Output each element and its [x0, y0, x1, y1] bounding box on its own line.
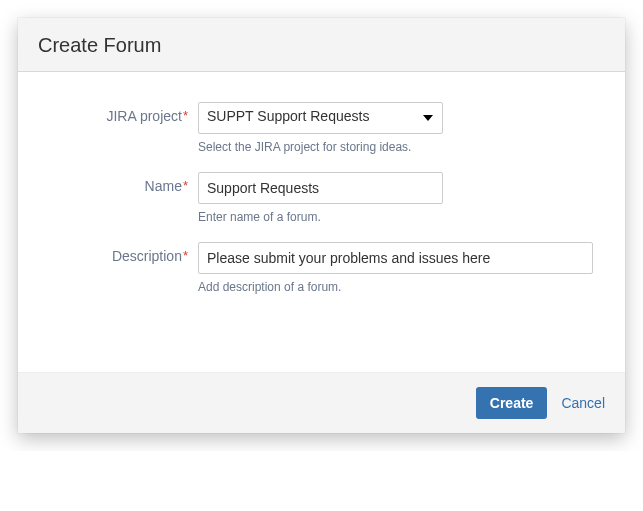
cancel-button[interactable]: Cancel: [561, 395, 605, 411]
jira-project-select[interactable]: SUPPT Support Requests: [198, 102, 443, 134]
name-label-text: Name: [145, 178, 182, 194]
name-input[interactable]: [198, 172, 443, 204]
field-description: Description* Add description of a forum.: [38, 242, 605, 294]
dialog-body: JIRA project* SUPPT Support Requests Sel…: [18, 72, 625, 372]
name-control: Enter name of a forum.: [198, 172, 605, 224]
required-asterisk-icon: *: [183, 178, 188, 193]
description-help: Add description of a forum.: [198, 280, 605, 294]
jira-project-label: JIRA project*: [38, 102, 198, 124]
jira-project-help: Select the JIRA project for storing idea…: [198, 140, 605, 154]
description-control: Add description of a forum.: [198, 242, 605, 294]
name-help: Enter name of a forum.: [198, 210, 605, 224]
dialog-title: Create Forum: [38, 34, 605, 57]
description-input[interactable]: [198, 242, 593, 274]
description-label: Description*: [38, 242, 198, 264]
dialog-header: Create Forum: [18, 18, 625, 72]
required-asterisk-icon: *: [183, 108, 188, 123]
create-button[interactable]: Create: [476, 387, 548, 419]
create-forum-dialog: Create Forum JIRA project* SUPPT Support…: [18, 18, 625, 433]
jira-project-control: SUPPT Support Requests Select the JIRA p…: [198, 102, 605, 154]
name-label: Name*: [38, 172, 198, 194]
field-name: Name* Enter name of a forum.: [38, 172, 605, 224]
jira-project-select-wrap: SUPPT Support Requests: [198, 102, 443, 134]
dialog-footer: Create Cancel: [18, 372, 625, 433]
field-jira-project: JIRA project* SUPPT Support Requests Sel…: [38, 102, 605, 154]
required-asterisk-icon: *: [183, 248, 188, 263]
description-label-text: Description: [112, 248, 182, 264]
jira-project-label-text: JIRA project: [106, 108, 181, 124]
